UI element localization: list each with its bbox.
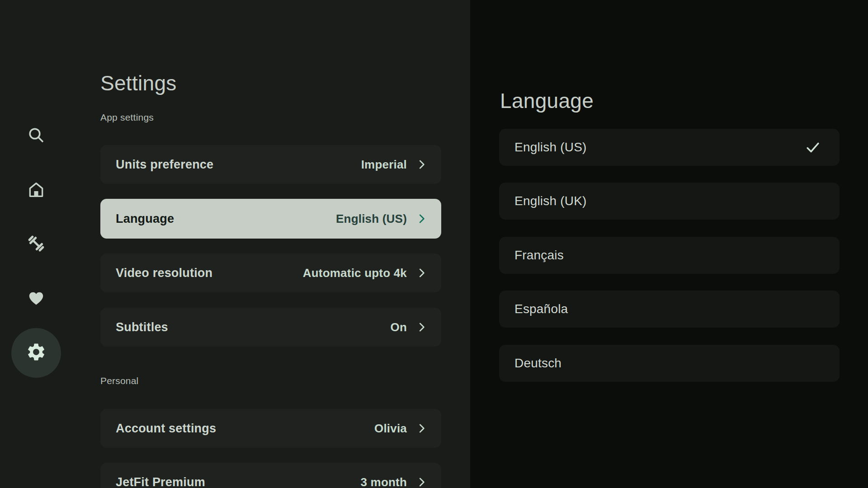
settings-row-language[interactable]: Language English (US) [100,199,441,239]
row-label: Subtitles [116,320,390,334]
row-label: Video resolution [116,266,303,280]
gear-icon [26,342,47,364]
row-value: On [390,320,407,334]
row-value: Imperial [361,158,407,172]
row-label: Language [116,212,336,226]
chevron-right-icon [416,476,428,488]
search-icon [27,126,45,144]
page-title: Settings [100,72,177,95]
row-value: 3 month [360,475,407,488]
language-option-english-us[interactable]: English (US) [499,129,840,166]
settings-row-video-resolution[interactable]: Video resolution Automatic upto 4k [100,253,441,292]
option-label: Français [514,248,821,263]
row-value: English (US) [336,212,407,226]
section-label-app-settings: App settings [100,112,154,123]
checkmark-icon [804,139,821,156]
settings-row-units-preference[interactable]: Units preference Imperial [100,145,441,184]
chevron-right-icon [416,321,428,333]
settings-row-account-settings[interactable]: Account settings Olivia [100,409,441,448]
settings-panel: Settings App settings Units preference I… [0,0,470,488]
sidebar-item-settings[interactable] [11,328,61,378]
section-label-personal: Personal [100,375,138,386]
language-panel: Language English (US) English (UK) Franç… [470,0,868,488]
option-label: Española [514,302,821,316]
row-label: Units preference [116,158,361,172]
row-value: Automatic upto 4k [303,266,407,280]
row-label: Account settings [116,422,374,436]
language-option-english-uk[interactable]: English (UK) [499,183,840,220]
chevron-right-icon [416,267,428,279]
language-option-espanola[interactable]: Española [499,291,840,328]
language-option-francais[interactable]: Français [499,237,840,274]
language-panel-title: Language [500,89,594,113]
home-icon [27,180,46,199]
sidebar [0,0,72,488]
settings-row-jetfit-premium[interactable]: JetFit Premium 3 month [100,463,441,488]
row-value: Olivia [374,422,407,436]
sidebar-item-home[interactable] [25,179,47,201]
sidebar-item-favorites[interactable] [25,287,47,309]
chevron-right-icon [416,158,428,171]
sidebar-item-search[interactable] [25,124,47,146]
row-label: JetFit Premium [116,475,360,488]
dumbbell-icon [26,233,47,254]
option-label: Deutsch [514,356,821,371]
settings-row-subtitles[interactable]: Subtitles On [100,308,441,347]
chevron-right-icon [416,422,428,435]
chevron-right-icon [416,212,428,225]
heart-icon [27,288,46,307]
language-option-deutsch[interactable]: Deutsch [499,345,840,382]
option-label: English (UK) [514,194,821,208]
sidebar-item-workouts[interactable] [25,233,47,254]
option-label: English (US) [514,140,804,155]
tv-settings-screen: Settings App settings Units preference I… [0,0,868,488]
